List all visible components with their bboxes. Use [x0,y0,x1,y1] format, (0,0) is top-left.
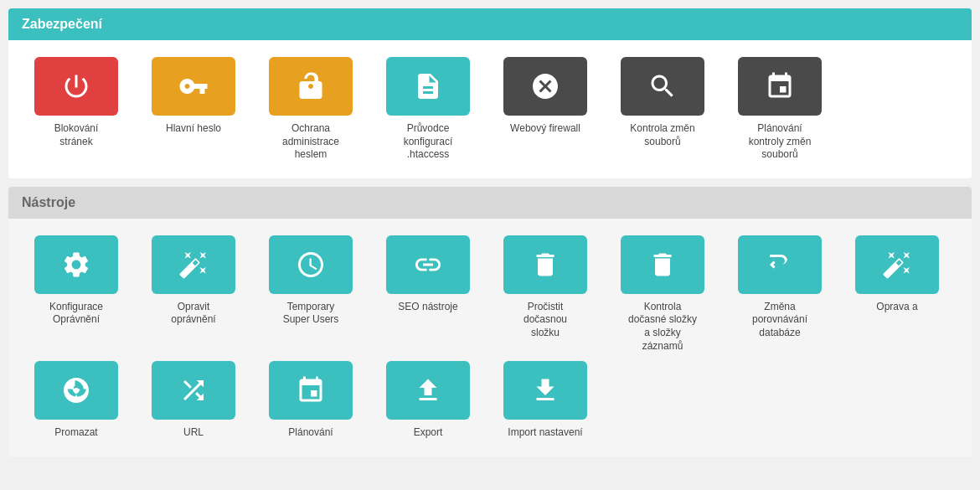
tile-kontrola-zmen[interactable]: Kontrola změnsouborů [608,57,717,162]
tile-icon-kontrola-slozky [621,235,704,294]
tile-label-temp-super: TemporarySuper Users [283,301,339,327]
tile-icon-procistit [503,235,587,294]
tile-blokovani[interactable]: Blokovánístránek [22,57,131,162]
tile-label-kontrola-zmen: Kontrola změnsouborů [630,122,694,148]
tile-icon-opravit [152,235,235,294]
nastroje-title: Nástroje [22,195,75,209]
tile-label-procistit: Pročistitdočasnousložku [524,301,567,340]
calendar-icon [765,71,795,101]
tile-konfigurace[interactable]: KonfiguraceOprávnění [22,235,131,353]
trash2-icon [647,250,678,280]
tile-label-promazat: Promazat [54,426,97,440]
wand-icon [178,250,209,280]
tile-label-ochrana-admin: Ochranaadministraceheslem [282,122,339,162]
tile-icon-url [152,361,235,420]
nastroje-header: Nástroje [8,187,972,219]
tile-label-oprava: Oprava a [876,301,917,314]
radiation-icon [61,375,91,405]
tile-kontrola-slozky[interactable]: Kontroladočasné složkya složkyzáznamů [608,235,717,353]
tile-url[interactable]: URL [139,361,248,440]
export-icon [413,375,443,405]
tile-icon-temp-super [269,235,353,294]
tile-firewall[interactable]: Webový firewall [491,57,600,162]
cancel-icon [530,71,560,101]
tile-icon-konfigurace [34,235,118,294]
tile-temp-super[interactable]: TemporarySuper Users [256,235,365,353]
zabezpeceni-title: Zabezpečení [22,17,102,31]
tile-label-opravit: Opravitoprávnění [171,301,215,327]
tile-pruvodce[interactable]: Průvodcekonfigurací.htaccess [374,57,482,162]
zabezpeceni-content: Blokovánístránek Hlavní heslo Ochranaadm… [8,40,972,178]
tile-icon-kontrola-zmen [621,57,704,116]
import-icon [530,375,560,405]
tile-label-blokovani: Blokovánístránek [54,122,99,148]
tile-label-planovani-kontroly: Plánováníkontroly změnsouborů [749,122,812,162]
tile-icon-promazat [34,361,118,420]
zabezpeceni-section: Zabezpečení Blokovánístránek Hlavní hesl… [8,8,972,178]
tile-label-import: Import nastavení [508,426,582,440]
power-icon [61,71,91,101]
tile-label-zmena-porovnavani: Změnaporovnávánídatabáze [752,301,807,340]
tile-icon-oprava [855,235,939,294]
tile-export[interactable]: Export [374,361,482,440]
lock-open-icon [296,71,326,101]
tile-icon-hlavni-heslo [152,57,235,116]
key-icon [178,71,209,101]
tile-procistit[interactable]: Pročistitdočasnousložku [491,235,600,353]
tile-label-url: URL [183,426,204,440]
tile-icon-export [386,361,470,420]
tile-planovani[interactable]: Plánování [256,361,365,440]
plan-icon [296,375,326,405]
tile-label-kontrola-slozky: Kontroladočasné složkya složkyzáznamů [628,301,697,353]
shuffle-icon [178,375,209,405]
tile-ochrana-admin[interactable]: Ochranaadministraceheslem [256,57,365,162]
tile-icon-planovani [269,361,353,420]
search-icon [647,71,678,101]
tile-seo[interactable]: SEO nástroje [374,235,482,353]
zabezpeceni-header: Zabezpečení [8,8,972,40]
tile-label-pruvodce: Průvodcekonfigurací.htaccess [404,122,453,162]
tile-oprava[interactable]: Oprava a [843,235,952,353]
tile-zmena-porovnavani[interactable]: Změnaporovnávánídatabáze [725,235,834,353]
clock-icon [296,250,326,280]
tile-icon-seo [386,235,470,294]
gear-icon [61,250,91,280]
tile-icon-blokovani [34,57,118,116]
document-icon [413,71,443,101]
tile-label-seo: SEO nástroje [398,301,457,314]
tile-icon-import [503,361,587,420]
magic2-icon [882,250,912,280]
tile-promazat[interactable]: Promazat [22,361,131,440]
tile-icon-ochrana-admin [269,57,353,116]
tile-icon-zmena-porovnavani [738,235,822,294]
nastroje-section: Nástroje KonfiguraceOprávnění Opravitopr… [8,187,972,456]
nastroje-content: KonfiguraceOprávnění Opravitoprávnění Te… [8,219,972,456]
tile-import[interactable]: Import nastavení [491,361,600,440]
tile-icon-pruvodce [386,57,470,116]
link-icon [413,250,443,280]
tile-hlavni-heslo[interactable]: Hlavní heslo [139,57,248,162]
tile-icon-firewall [503,57,587,116]
tile-label-konfigurace: KonfiguraceOprávnění [49,301,103,327]
forward-icon [765,250,795,280]
tile-icon-planovani-kontroly [738,57,822,116]
tile-planovani-kontroly[interactable]: Plánováníkontroly změnsouborů [725,57,834,162]
tile-label-export: Export [414,426,443,440]
tile-opravit[interactable]: Opravitoprávnění [139,235,248,353]
tile-label-firewall: Webový firewall [510,122,580,136]
tile-label-planovani: Plánování [288,426,333,440]
tile-label-hlavni-heslo: Hlavní heslo [166,122,221,136]
trash-icon [530,250,560,280]
